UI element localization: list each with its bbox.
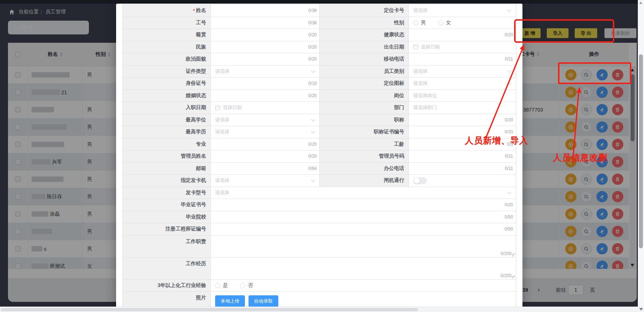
- field-major-input[interactable]: 0/20: [211, 138, 320, 150]
- field-work-years-label: 工龄: [319, 138, 409, 150]
- char-counter: 0/20: [505, 129, 513, 134]
- calendar-icon: [215, 105, 220, 110]
- field-marital-status-input[interactable]: 0/20: [211, 90, 320, 102]
- field-post-input[interactable]: 请选择岗位: [409, 90, 516, 102]
- char-counter: 0/20: [505, 202, 513, 207]
- form-row: 工作职责0/200: [123, 236, 516, 258]
- field-office-phone-cell: 0/11: [409, 163, 516, 175]
- char-counter: 0/11: [505, 154, 513, 159]
- char-counter: 0/20: [308, 32, 317, 37]
- field-employee-no-label: 工号: [123, 17, 211, 29]
- field-hire-date-input[interactable]: 选择日期: [211, 102, 320, 114]
- field-job-title-input[interactable]: 0/20: [409, 114, 516, 126]
- field-location-card-no-cell: 请选择: [409, 5, 516, 17]
- form-row: 工号0/36性别男女: [123, 17, 516, 29]
- field-id-type-input[interactable]: 请选择: [211, 66, 320, 78]
- field-email-label: 邮箱: [123, 163, 211, 175]
- field-employee-no-input[interactable]: 0/36: [211, 17, 320, 29]
- field-location-icon-label: 定位图标: [319, 78, 409, 90]
- placeholder-text: 请选择: [413, 68, 427, 75]
- field-native-place-input[interactable]: 0/20: [211, 29, 320, 41]
- field-gender-input[interactable]: 男女: [409, 17, 516, 29]
- field-admin-name-input[interactable]: 0/20: [211, 150, 320, 162]
- field-highest-degree-input[interactable]: 请选择: [211, 114, 320, 126]
- form-row: 邮箱0/64办公电话0/11: [123, 163, 516, 175]
- char-counter: 0/200: [501, 251, 512, 256]
- annotation-edit-delete: 人员信息改删: [553, 152, 607, 163]
- scrollbar-corner[interactable]: [638, 307, 644, 312]
- browser-vertical-scrollbar[interactable]: [638, 0, 644, 307]
- char-counter: 0/50: [505, 215, 513, 220]
- field-birth-date-label: 出生日期: [319, 41, 409, 53]
- field-graduate-school-input[interactable]: 0/50: [211, 211, 516, 223]
- field-major-label: 专业: [123, 138, 211, 150]
- scroll-up-icon[interactable]: [639, 1, 642, 4]
- auto-capture-button[interactable]: 自动录取: [249, 295, 278, 307]
- field-department-input[interactable]: 请选择部门: [409, 102, 516, 114]
- radio-option[interactable]: 是: [215, 282, 228, 289]
- radio-option[interactable]: 女: [438, 20, 451, 26]
- local-upload-button[interactable]: 本地上传: [215, 295, 245, 307]
- char-counter: 0/20: [308, 45, 317, 50]
- chevron-down-icon: [311, 68, 315, 72]
- field-office-phone-input[interactable]: 0/11: [409, 163, 516, 175]
- field-registered-engineer-no-input[interactable]: 0/50: [211, 223, 516, 235]
- employee-form-dialog: *姓名0/36定位卡号请选择工号0/36性别男女籍贯0/20健康状态0/20民族…: [116, 4, 522, 312]
- resize-grip[interactable]: [512, 275, 515, 279]
- radio-option[interactable]: 否: [240, 282, 253, 289]
- field-native-place-cell: 0/20: [211, 29, 320, 41]
- field-location-card-no-input[interactable]: 请选择: [409, 5, 516, 17]
- field-mobile-phone-input[interactable]: 0/11: [409, 53, 516, 65]
- field-email-input[interactable]: 0/64: [211, 163, 320, 175]
- screen: 当前位置： 员工管理 人员姓名 新 增 导入 导 出 批量删除 姓名 性别 IC…: [0, 0, 644, 312]
- field-health-status-input[interactable]: 0/20: [409, 29, 516, 41]
- field-location-icon-input[interactable]: 请选择: [409, 78, 516, 90]
- field-job-title-cell: 0/20: [409, 114, 516, 126]
- placeholder-text: 选择日期: [223, 104, 242, 111]
- field-card-model-input[interactable]: 请选择: [211, 187, 516, 199]
- field-work-experience-input[interactable]: 0/200: [211, 258, 516, 279]
- field-chemical-experience-input[interactable]: 是否: [211, 280, 516, 292]
- field-diploma-no-input[interactable]: 0/20: [211, 199, 516, 211]
- char-counter: 0/64: [308, 166, 317, 171]
- field-birth-date-input[interactable]: 选择日期: [409, 41, 516, 53]
- field-card-issuer-input[interactable]: 请选择: [211, 175, 320, 187]
- field-mobile-phone-cell: 0/11: [409, 53, 516, 65]
- field-political-status-input[interactable]: 0/20: [211, 53, 320, 65]
- field-name-cell: 0/36: [211, 5, 320, 17]
- browser-horizontal-scrollbar[interactable]: [0, 307, 644, 312]
- vertical-scrollbar-thumb[interactable]: [639, 54, 643, 248]
- field-id-number-input[interactable]: 0/18: [211, 78, 320, 90]
- field-admin-no-input[interactable]: 0/11: [409, 150, 516, 162]
- field-ethnicity-input[interactable]: 0/20: [211, 41, 320, 53]
- field-gate-pass-input[interactable]: [409, 175, 516, 187]
- resize-grip[interactable]: [512, 253, 515, 257]
- field-highest-degree-cell: 请选择: [211, 114, 320, 126]
- horizontal-scrollbar-thumb[interactable]: [1, 308, 418, 311]
- field-admin-no-cell: 0/11: [409, 150, 516, 162]
- annotation-add-import: 人员新增、导入: [465, 135, 528, 146]
- field-name-input[interactable]: 0/36: [211, 5, 320, 17]
- char-counter: 0/200: [501, 273, 512, 278]
- field-job-title-label: 职称: [319, 114, 409, 126]
- placeholder-text: 请选择: [215, 177, 229, 184]
- radio-icon: [438, 20, 443, 25]
- field-gender-cell: 男女: [409, 17, 516, 29]
- field-ethnicity-cell: 0/20: [211, 41, 320, 53]
- field-work-experience-cell: 0/200: [211, 258, 516, 279]
- form-row: 毕业院校0/50: [123, 211, 516, 224]
- form-row: 证件类型请选择员工类别请选择: [123, 66, 516, 78]
- field-chemical-experience-cell: 是否: [211, 280, 516, 292]
- radio-option[interactable]: 男: [413, 20, 426, 26]
- char-counter: 0/11: [505, 166, 513, 171]
- toggle-switch[interactable]: [413, 177, 427, 184]
- field-job-duty-input[interactable]: 0/200: [211, 236, 516, 257]
- field-gate-pass-label: 闸机通行: [319, 175, 409, 187]
- field-employee-type-input[interactable]: 请选择: [409, 66, 516, 78]
- form-row: 发卡型号请选择: [123, 187, 516, 199]
- form-row: 专业0/20工龄0/5: [123, 138, 516, 151]
- field-highest-education-input[interactable]: 请选择: [211, 126, 320, 138]
- field-diploma-no-label: 毕业证书号: [123, 199, 211, 211]
- calendar-icon: [413, 45, 418, 49]
- field-highest-education-cell: 请选择: [211, 126, 320, 138]
